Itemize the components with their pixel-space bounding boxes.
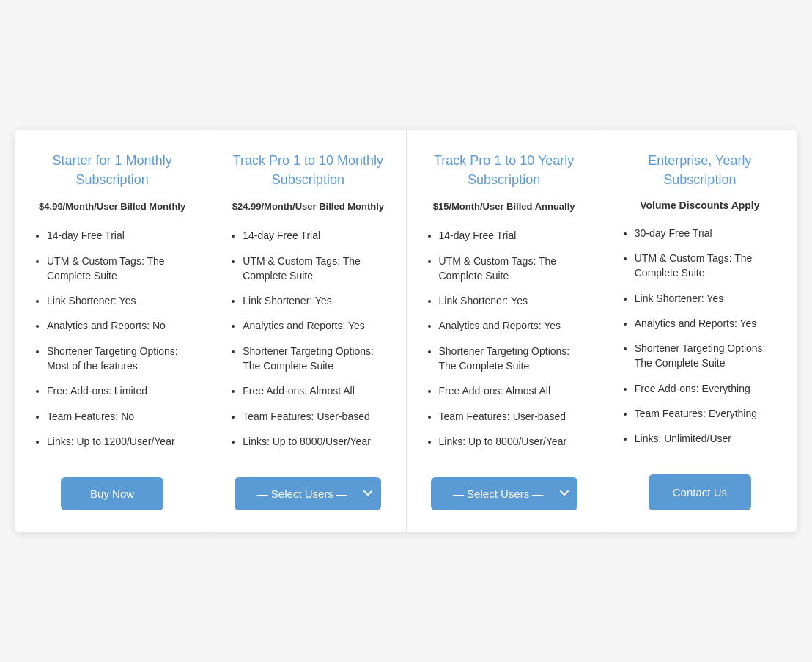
list-item: UTM & Custom Tags: The Complete Suite	[635, 251, 780, 281]
list-item: Team Features: User-based	[439, 409, 584, 424]
list-item: Links: Up to 8000/User/Year	[439, 434, 584, 449]
list-item: UTM & Custom Tags: The Complete Suite	[439, 254, 584, 284]
list-item: Team Features: User-based	[243, 409, 388, 424]
list-item: Links: Unlimited/User	[635, 431, 780, 446]
list-item: Link Shortener: Yes	[243, 293, 388, 308]
plan-features-track-pro-yearly: 14-day Free TrialUTM & Custom Tags: The …	[424, 228, 584, 459]
list-item: Analytics and Reports: No	[47, 318, 192, 333]
list-item: Free Add-ons: Almost All	[439, 383, 584, 398]
select-users-dropdown[interactable]: — Select Users —1 User2 Users3 Users4 Us…	[431, 477, 577, 510]
list-item: Analytics and Reports: Yes	[439, 318, 584, 333]
plan-features-starter: 14-day Free TrialUTM & Custom Tags: The …	[32, 228, 192, 459]
list-item: Analytics and Reports: Yes	[635, 316, 780, 331]
list-item: Free Add-ons: Everything	[635, 381, 780, 396]
plan-card-track-pro-yearly: Track Pro 1 to 10 Yearly Subscription$15…	[407, 130, 602, 532]
plan-card-starter: Starter for 1 Monthly Subscription$4.99/…	[15, 130, 210, 532]
list-item: Shortener Targeting Options: The Complet…	[635, 341, 780, 371]
plan-card-enterprise: Enterprise, Yearly SubscriptionVolume Di…	[602, 130, 797, 532]
plan-action-track-pro-yearly: — Select Users —1 User2 Users3 Users4 Us…	[424, 477, 584, 510]
plan-title-track-pro-monthly: Track Pro 1 to 10 Monthly Subscription	[228, 152, 388, 188]
list-item: UTM & Custom Tags: The Complete Suite	[47, 254, 192, 284]
pricing-container: Starter for 1 Monthly Subscription$4.99/…	[15, 130, 797, 532]
list-item: Analytics and Reports: Yes	[243, 318, 388, 333]
list-item: 14-day Free Trial	[439, 228, 584, 243]
plan-action-track-pro-monthly: — Select Users —1 User2 Users3 Users4 Us…	[228, 477, 388, 510]
list-item: Free Add-ons: Limited	[47, 383, 192, 398]
list-item: Shortener Targeting Options: The Complet…	[439, 344, 584, 374]
list-item: Link Shortener: Yes	[439, 293, 584, 308]
list-item: Team Features: No	[47, 409, 192, 424]
list-item: 30-day Free Trial	[635, 226, 780, 240]
list-item: Shortener Targeting Options: The Complet…	[243, 344, 388, 374]
plan-card-track-pro-monthly: Track Pro 1 to 10 Monthly Subscription$2…	[210, 130, 406, 532]
plan-features-enterprise: 30-day Free TrialUTM & Custom Tags: The …	[620, 226, 780, 457]
list-item: Free Add-ons: Almost All	[243, 383, 388, 398]
plan-action-enterprise: Contact Us	[620, 474, 780, 510]
list-item: Links: Up to 1200/User/Year	[47, 434, 192, 449]
list-item: Link Shortener: Yes	[635, 291, 780, 306]
list-item: Links: Up to 8000/User/Year	[243, 434, 388, 449]
plan-price-track-pro-monthly: $24.99/Month/User Billed Monthly	[232, 199, 384, 214]
list-item: Link Shortener: Yes	[47, 293, 192, 308]
plan-features-track-pro-monthly: 14-day Free TrialUTM & Custom Tags: The …	[228, 228, 388, 459]
list-item: 14-day Free Trial	[243, 228, 388, 243]
select-users-dropdown[interactable]: — Select Users —1 User2 Users3 Users4 Us…	[235, 477, 381, 510]
plan-price-track-pro-yearly: $15/Month/User Billed Annually	[433, 199, 575, 214]
plan-action-starter: Buy Now	[32, 477, 192, 510]
list-item: 14-day Free Trial	[47, 228, 192, 243]
plan-price-starter: $4.99/Month/User Billed Monthly	[39, 199, 185, 214]
list-item: Team Features: Everything	[635, 406, 780, 421]
buy-now-button[interactable]: Buy Now	[61, 477, 163, 510]
plan-volume-note-enterprise: Volume Discounts Apply	[640, 199, 759, 211]
plan-title-starter: Starter for 1 Monthly Subscription	[32, 152, 192, 188]
list-item: UTM & Custom Tags: The Complete Suite	[243, 254, 388, 284]
list-item: Shortener Targeting Options: Most of the…	[47, 344, 192, 374]
plan-title-track-pro-yearly: Track Pro 1 to 10 Yearly Subscription	[424, 152, 584, 188]
plan-title-enterprise: Enterprise, Yearly Subscription	[620, 152, 780, 188]
contact-us-button[interactable]: Contact Us	[649, 474, 751, 510]
